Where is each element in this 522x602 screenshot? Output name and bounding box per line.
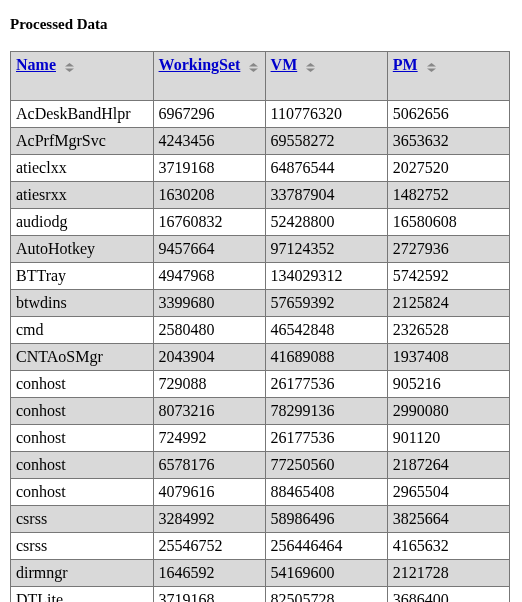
data-table: Name WorkingSet VM PM	[10, 51, 510, 602]
cell-pm: 1482752	[387, 182, 509, 209]
cell-vm: 52428800	[265, 209, 387, 236]
svg-marker-1	[65, 68, 74, 72]
svg-marker-2	[249, 63, 258, 67]
cell-name: AcPrfMgrSvc	[11, 128, 154, 155]
cell-name: audiodg	[11, 209, 154, 236]
cell-pm: 1937408	[387, 344, 509, 371]
cell-ws: 3719168	[153, 155, 265, 182]
sort-icon[interactable]	[305, 60, 316, 72]
table-row: BTTray49479681340293125742592	[11, 263, 510, 290]
cell-pm: 5062656	[387, 101, 509, 128]
cell-pm: 4165632	[387, 533, 509, 560]
svg-marker-3	[249, 68, 258, 72]
cell-vm: 134029312	[265, 263, 387, 290]
cell-pm: 3686400	[387, 587, 509, 603]
cell-name: CNTAoSMgr	[11, 344, 154, 371]
table-row: csrss255467522564464644165632	[11, 533, 510, 560]
table-row: conhost6578176772505602187264	[11, 452, 510, 479]
svg-marker-4	[306, 63, 315, 67]
cell-ws: 16760832	[153, 209, 265, 236]
cell-vm: 69558272	[265, 128, 387, 155]
sort-icon[interactable]	[426, 60, 437, 72]
table-body: AcDeskBandHlpr69672961107763205062656AcP…	[11, 101, 510, 603]
cell-vm: 58986496	[265, 506, 387, 533]
header-row: Name WorkingSet VM PM	[11, 52, 510, 101]
cell-ws: 9457664	[153, 236, 265, 263]
cell-ws: 729088	[153, 371, 265, 398]
cell-ws: 724992	[153, 425, 265, 452]
cell-vm: 64876544	[265, 155, 387, 182]
cell-name: AutoHotkey	[11, 236, 154, 263]
cell-pm: 5742592	[387, 263, 509, 290]
cell-ws: 4243456	[153, 128, 265, 155]
cell-pm: 2125824	[387, 290, 509, 317]
cell-pm: 2027520	[387, 155, 509, 182]
cell-ws: 4947968	[153, 263, 265, 290]
cell-vm: 33787904	[265, 182, 387, 209]
cell-name: csrss	[11, 506, 154, 533]
col-pm-link[interactable]: PM	[393, 56, 418, 73]
table-row: CNTAoSMgr2043904416890881937408	[11, 344, 510, 371]
cell-name: AcDeskBandHlpr	[11, 101, 154, 128]
cell-name: csrss	[11, 533, 154, 560]
cell-vm: 256446464	[265, 533, 387, 560]
col-name-link[interactable]: Name	[16, 56, 56, 73]
cell-name: conhost	[11, 479, 154, 506]
cell-name: conhost	[11, 452, 154, 479]
table-row: btwdins3399680576593922125824	[11, 290, 510, 317]
table-row: csrss3284992589864963825664	[11, 506, 510, 533]
table-row: DTLite3719168825057283686400	[11, 587, 510, 603]
cell-vm: 82505728	[265, 587, 387, 603]
cell-name: atieclxx	[11, 155, 154, 182]
cell-ws: 25546752	[153, 533, 265, 560]
col-workingset-link[interactable]: WorkingSet	[159, 56, 241, 73]
cell-vm: 57659392	[265, 290, 387, 317]
cell-ws: 8073216	[153, 398, 265, 425]
table-row: AcDeskBandHlpr69672961107763205062656	[11, 101, 510, 128]
svg-marker-0	[65, 63, 74, 67]
cell-name: btwdins	[11, 290, 154, 317]
table-row: conhost72499226177536901120	[11, 425, 510, 452]
cell-name: conhost	[11, 425, 154, 452]
svg-marker-5	[306, 68, 315, 72]
cell-name: dirmngr	[11, 560, 154, 587]
cell-pm: 2727936	[387, 236, 509, 263]
svg-marker-7	[427, 68, 436, 72]
table-row: dirmngr1646592541696002121728	[11, 560, 510, 587]
table-row: cmd2580480465428482326528	[11, 317, 510, 344]
cell-name: BTTray	[11, 263, 154, 290]
cell-ws: 4079616	[153, 479, 265, 506]
cell-name: conhost	[11, 371, 154, 398]
table-row: AutoHotkey9457664971243522727936	[11, 236, 510, 263]
svg-marker-6	[427, 63, 436, 67]
cell-pm: 905216	[387, 371, 509, 398]
cell-vm: 26177536	[265, 425, 387, 452]
cell-vm: 78299136	[265, 398, 387, 425]
cell-pm: 2121728	[387, 560, 509, 587]
cell-pm: 3653632	[387, 128, 509, 155]
sort-icon[interactable]	[248, 60, 259, 72]
cell-pm: 3825664	[387, 506, 509, 533]
cell-pm: 2187264	[387, 452, 509, 479]
sort-icon[interactable]	[64, 60, 75, 72]
cell-ws: 6967296	[153, 101, 265, 128]
table-row: atieclxx3719168648765442027520	[11, 155, 510, 182]
table-row: AcPrfMgrSvc4243456695582723653632	[11, 128, 510, 155]
table-row: atiesrxx1630208337879041482752	[11, 182, 510, 209]
table-row: conhost72908826177536905216	[11, 371, 510, 398]
cell-ws: 2043904	[153, 344, 265, 371]
cell-pm: 2990080	[387, 398, 509, 425]
cell-pm: 901120	[387, 425, 509, 452]
table-row: conhost4079616884654082965504	[11, 479, 510, 506]
cell-ws: 3719168	[153, 587, 265, 603]
cell-ws: 1646592	[153, 560, 265, 587]
cell-vm: 41689088	[265, 344, 387, 371]
cell-pm: 16580608	[387, 209, 509, 236]
col-vm-link[interactable]: VM	[271, 56, 298, 73]
cell-ws: 3399680	[153, 290, 265, 317]
cell-ws: 1630208	[153, 182, 265, 209]
cell-name: cmd	[11, 317, 154, 344]
cell-vm: 54169600	[265, 560, 387, 587]
cell-pm: 2326528	[387, 317, 509, 344]
cell-vm: 97124352	[265, 236, 387, 263]
